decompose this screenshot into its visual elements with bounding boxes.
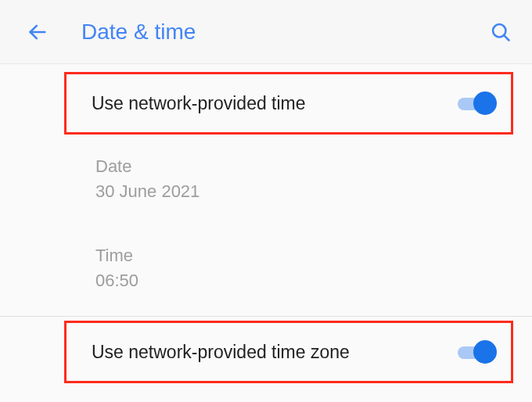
use-network-time-label: Use network-provided time bbox=[92, 93, 456, 114]
toggle-thumb bbox=[473, 92, 497, 115]
settings-content: Use network-provided time Date 30 June 2… bbox=[0, 64, 532, 383]
use-network-timezone-toggle[interactable] bbox=[456, 340, 497, 364]
back-button[interactable] bbox=[23, 18, 52, 46]
time-row[interactable]: Time 06:50 bbox=[0, 224, 532, 313]
use-network-time-row[interactable]: Use network-provided time bbox=[64, 72, 513, 135]
search-icon bbox=[490, 21, 512, 43]
use-network-time-toggle[interactable] bbox=[456, 92, 497, 115]
page-title: Date & time bbox=[81, 20, 487, 45]
date-label: Date bbox=[95, 156, 507, 177]
use-network-timezone-label: Use network-provided time zone bbox=[92, 342, 456, 363]
date-value: 30 June 2021 bbox=[95, 181, 507, 202]
search-button[interactable] bbox=[487, 18, 515, 46]
arrow-left-icon bbox=[27, 21, 49, 43]
time-label: Time bbox=[95, 246, 507, 266]
toggle-thumb bbox=[473, 340, 497, 364]
svg-line-2 bbox=[504, 35, 509, 40]
use-network-timezone-row[interactable]: Use network-provided time zone bbox=[64, 321, 513, 383]
time-value: 06:50 bbox=[95, 271, 507, 291]
date-row[interactable]: Date 30 June 2021 bbox=[0, 135, 532, 224]
section-divider bbox=[0, 316, 532, 317]
app-header: Date & time bbox=[0, 0, 532, 64]
